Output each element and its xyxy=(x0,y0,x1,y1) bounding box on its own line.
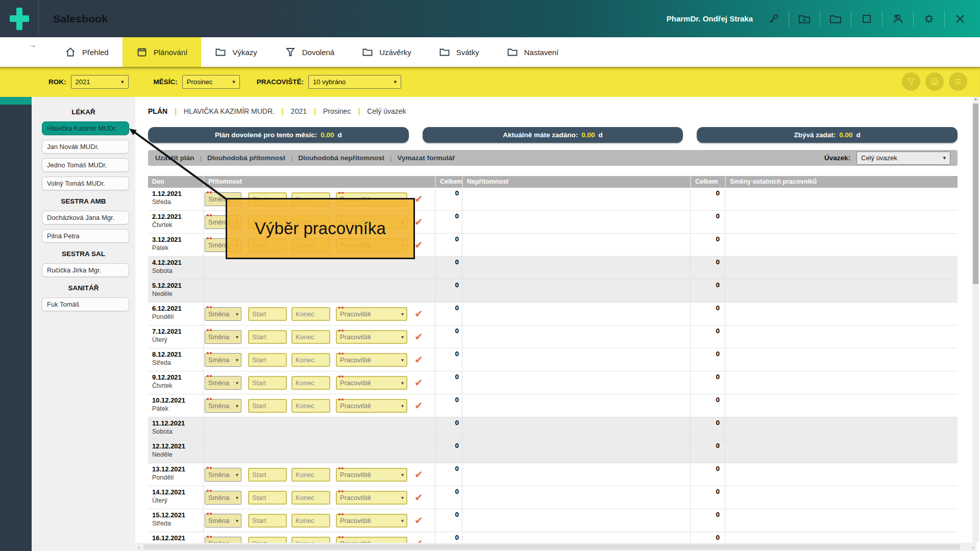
folder-icon[interactable] xyxy=(829,12,842,26)
start-time-input[interactable] xyxy=(248,307,287,321)
end-time-input[interactable] xyxy=(291,514,330,528)
scroll-right-arrow-icon[interactable]: › xyxy=(969,544,976,550)
start-time-input[interactable] xyxy=(248,330,287,344)
tab-prehled[interactable]: Přehled xyxy=(51,37,122,67)
row-workplace-select[interactable]: Pracoviště ▾ xyxy=(336,376,407,390)
row-workplace-select[interactable]: Pracoviště ▾ xyxy=(336,468,407,482)
confirm-check-icon[interactable]: ✔ xyxy=(414,193,423,205)
employee-item[interactable]: Volný Tomáš MUDr. xyxy=(42,177,129,190)
clear-form-button[interactable]: Vymazat formulář xyxy=(397,154,455,162)
employee-item[interactable]: Docházková Jana Mgr. xyxy=(42,211,129,224)
tab-nastaveni[interactable]: Nastavení xyxy=(493,37,573,67)
scroll-left-arrow-icon[interactable]: ‹ xyxy=(135,544,142,550)
confirm-check-icon[interactable]: ✔ xyxy=(414,354,423,366)
row-workplace-select[interactable]: Pracoviště ▾ xyxy=(336,537,407,543)
shift-type-select[interactable]: Směna ▾ xyxy=(205,468,241,482)
employee-item[interactable]: Jan Novák MUDr. xyxy=(42,140,129,154)
key-icon[interactable] xyxy=(767,12,780,26)
start-time-input[interactable] xyxy=(248,468,287,482)
workplace-placeholder: Pracoviště xyxy=(340,494,371,502)
table-row: 16.12.2021 Směna ▾ Pracoviště ▾ ✔ 0 0 xyxy=(148,532,958,543)
end-time-input[interactable] xyxy=(291,537,330,543)
end-time-input[interactable] xyxy=(291,399,330,413)
chevron-down-icon: ▾ xyxy=(236,334,238,340)
end-time-input[interactable] xyxy=(291,376,330,390)
topbar-divider xyxy=(789,11,789,27)
tab-uzaverky[interactable]: Uzávěrky xyxy=(348,37,425,67)
shift-type-select[interactable]: Směna ▾ xyxy=(205,537,241,543)
confirm-check-icon[interactable]: ✔ xyxy=(414,308,423,320)
contract-select[interactable]: Celý úvazek ▾ xyxy=(856,152,950,165)
tab-planovani[interactable]: Plánování xyxy=(122,37,202,67)
row-workplace-select[interactable]: Pracoviště ▾ xyxy=(336,514,407,528)
tab-svatky[interactable]: Svátky xyxy=(425,37,493,67)
confirm-check-icon[interactable]: ✔ xyxy=(414,377,423,389)
year-select[interactable]: 2021 ▾ xyxy=(71,75,129,89)
shift-type-select[interactable]: Směna ▾ xyxy=(205,307,241,321)
employee-item[interactable]: Fuk Tomáš xyxy=(42,297,129,311)
confirm-check-icon[interactable]: ✔ xyxy=(414,216,423,228)
filter-button[interactable] xyxy=(902,72,920,91)
print-button[interactable] xyxy=(925,72,944,91)
shift-type-select[interactable]: Směna ▾ xyxy=(205,353,241,367)
scroll-up-arrow-icon[interactable]: ▲ xyxy=(972,97,979,101)
total-absence: 0 xyxy=(690,280,725,302)
shift-type-select[interactable]: Směna ▾ xyxy=(205,514,241,528)
confirm-check-icon[interactable]: ✔ xyxy=(414,331,423,343)
confirm-check-icon[interactable]: ✔ xyxy=(414,514,423,527)
row-date: 6.12.2021 xyxy=(152,305,203,312)
longterm-absence-button[interactable]: Dlouhodobá nepřítomnost xyxy=(298,154,384,162)
employee-panel: LÉKAŘ Hlavička Kazimír MUDr. Jan Novák M… xyxy=(32,97,135,551)
start-time-input[interactable] xyxy=(248,537,287,543)
start-time-input[interactable] xyxy=(248,376,287,390)
tab-vykazy[interactable]: Výkazy xyxy=(201,37,271,67)
nav-forward-arrow-icon[interactable]: → xyxy=(29,40,36,49)
shift-type-select[interactable]: Směna ▾ xyxy=(205,491,241,505)
horizontal-scrollbar-thumb[interactable] xyxy=(143,544,960,549)
confirm-check-icon[interactable]: ✔ xyxy=(414,399,423,412)
confirm-check-icon[interactable]: ✔ xyxy=(414,468,423,481)
col-den: Den xyxy=(148,176,203,188)
end-time-input[interactable] xyxy=(291,330,330,344)
row-workplace-select[interactable]: Pracoviště ▾ xyxy=(336,491,407,505)
user-icon[interactable] xyxy=(891,12,904,26)
confirm-check-icon[interactable]: ✔ xyxy=(414,491,423,504)
row-workplace-select[interactable]: Pracoviště ▾ xyxy=(336,399,407,413)
end-time-input[interactable] xyxy=(291,353,330,367)
menu-button[interactable] xyxy=(949,72,967,91)
shift-type-select[interactable]: Směna ▾ xyxy=(205,399,241,413)
month-select[interactable]: Prosinec ▾ xyxy=(182,75,240,89)
tab-dovolena[interactable]: Dovolená xyxy=(271,37,348,67)
end-time-input[interactable] xyxy=(291,307,330,321)
maximize-icon[interactable] xyxy=(860,12,873,26)
row-workplace-select[interactable]: Pracoviště ▾ xyxy=(336,353,407,367)
required-marker-icon xyxy=(207,214,213,217)
employee-item-selected[interactable]: Hlavička Kazimír MUDr. xyxy=(42,121,129,135)
horizontal-scrollbar[interactable]: ‹ › xyxy=(135,543,976,551)
confirm-check-icon[interactable]: ✔ xyxy=(414,537,423,543)
end-time-input[interactable] xyxy=(291,491,330,505)
shift-type-select[interactable]: Směna ▾ xyxy=(205,376,241,390)
vertical-scrollbar[interactable]: ▲ xyxy=(972,97,979,543)
vertical-scrollbar-thumb[interactable] xyxy=(973,104,978,284)
workplace-select[interactable]: 10 vybráno ▾ xyxy=(308,75,401,89)
confirm-check-icon[interactable]: ✔ xyxy=(414,239,423,251)
start-time-input[interactable] xyxy=(248,514,287,528)
row-workplace-select[interactable]: Pracoviště ▾ xyxy=(336,307,407,321)
other-shifts-cell xyxy=(725,394,958,417)
row-workplace-select[interactable]: Pracoviště ▾ xyxy=(336,330,407,344)
shift-type-select[interactable]: Směna ▾ xyxy=(205,330,241,344)
employee-item[interactable]: Jedno Tomáš MUDr. xyxy=(42,158,129,172)
longterm-presence-button[interactable]: Dlouhodobá přítomnost xyxy=(207,154,285,162)
settings-icon[interactable] xyxy=(922,12,936,26)
folder-n-icon[interactable]: N xyxy=(798,12,811,26)
start-time-input[interactable] xyxy=(248,399,287,413)
end-time-input[interactable] xyxy=(291,468,330,482)
other-shifts-cell xyxy=(725,325,958,348)
employee-item[interactable]: Pilná Petra xyxy=(42,229,129,243)
start-time-input[interactable] xyxy=(248,353,287,367)
employee-item[interactable]: Ručička Jirka Mgr. xyxy=(42,263,129,277)
close-plan-button[interactable]: Uzavřít plán xyxy=(155,154,194,162)
close-icon[interactable] xyxy=(953,12,967,26)
start-time-input[interactable] xyxy=(248,491,287,505)
